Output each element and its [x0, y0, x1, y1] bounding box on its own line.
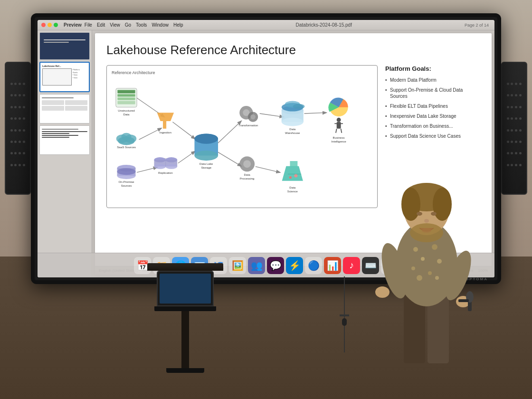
- menu-edit[interactable]: Edit: [97, 22, 105, 28]
- svg-rect-93: [458, 299, 469, 302]
- thumbnail-1-content: [40, 33, 89, 59]
- slide-thumbnail-1[interactable]: [39, 32, 90, 60]
- speaker-dot: [519, 94, 522, 96]
- slide-title: Lakehouse Reference Architecture: [106, 43, 480, 57]
- dock-photos[interactable]: 🖼️: [229, 257, 246, 274]
- svg-text:Unstructured: Unstructured: [118, 109, 135, 112]
- svg-rect-1: [117, 90, 135, 93]
- svg-point-81: [375, 286, 390, 298]
- svg-point-71: [421, 257, 425, 261]
- on-premise-sources-node: On-Premise Sources: [117, 165, 136, 187]
- svg-point-72: [432, 244, 437, 250]
- slide-thumbnail-2[interactable]: Lakehouse Ref... PlatformGoals• Item• It…: [39, 62, 90, 92]
- menu-tools[interactable]: Tools: [136, 22, 147, 28]
- speaker-dot: [519, 117, 522, 120]
- data-lake-storage-node: Data Lake Storage: [194, 133, 218, 169]
- speaker-dot: [10, 83, 13, 85]
- svg-text:Transformation: Transformation: [238, 124, 258, 127]
- minimize-button[interactable]: [48, 23, 52, 27]
- speaker-dot: [14, 106, 17, 108]
- speaker-dot: [507, 152, 509, 154]
- menu-view[interactable]: View: [110, 22, 120, 28]
- svg-marker-18: [157, 113, 174, 121]
- arrow-datalake-transform: [218, 121, 241, 143]
- window-title: Databricks-2024-08-15.pdf: [186, 22, 462, 28]
- speaker-dot: [10, 141, 13, 143]
- dock-powerpoint[interactable]: 📊: [324, 257, 341, 274]
- svg-point-90: [424, 219, 429, 223]
- replication-node: ↔ Replication: [154, 157, 177, 174]
- thumbnail-2-label: Lakehouse Ref...: [42, 65, 87, 67]
- thumb-line-short2: [42, 137, 69, 138]
- speaker-dot: [519, 141, 522, 143]
- speaker-dot: [23, 83, 25, 85]
- svg-point-87: [433, 188, 452, 221]
- svg-point-73: [411, 266, 415, 270]
- dock-teams[interactable]: 👥: [248, 257, 265, 274]
- arrow-replication-datalake: [178, 152, 195, 163]
- speaker-dot: [23, 94, 25, 96]
- menu-window[interactable]: Window: [152, 22, 169, 28]
- svg-point-10: [118, 137, 134, 145]
- speaker-dot: [14, 152, 17, 154]
- speaker-dot: [519, 106, 522, 108]
- thumb-line: [42, 131, 87, 132]
- podium: [147, 263, 223, 373]
- scene: Preview File Edit View Go Tools Window H…: [0, 0, 532, 399]
- svg-marker-52: [282, 166, 303, 181]
- svg-rect-3: [117, 97, 135, 100]
- svg-point-86: [401, 188, 420, 221]
- arrow-ingestion-datalake: [172, 122, 195, 139]
- speaker-dot: [14, 94, 17, 96]
- menu-bar: File Edit View Go Tools Window Help: [85, 22, 183, 28]
- speaker-dot: [23, 129, 25, 132]
- svg-text:Ingestion: Ingestion: [160, 131, 172, 134]
- speaker-dot: [515, 129, 517, 132]
- speaker-dot: [515, 83, 517, 85]
- svg-point-31: [194, 151, 218, 161]
- menu-file[interactable]: File: [85, 22, 92, 28]
- transformation-node: Transformation: [238, 106, 258, 127]
- menu-go[interactable]: Go: [125, 22, 131, 28]
- speaker-dot: [19, 83, 21, 85]
- svg-text:Data: Data: [244, 173, 251, 176]
- speaker-dot: [507, 83, 509, 85]
- speaker-dot: [511, 152, 513, 154]
- speaker-dot: [23, 117, 25, 120]
- page-info: Page 2 of 14: [465, 23, 489, 28]
- arrow-datalake-dataproc: [218, 152, 241, 166]
- arrow-transform-dw: [260, 114, 284, 117]
- svg-point-15: [117, 168, 136, 175]
- podium-foot: [166, 368, 204, 373]
- arrow-dw-bi: [304, 113, 326, 114]
- goal-item-5: Transformation on Business...: [385, 123, 480, 129]
- maximize-button[interactable]: [54, 23, 58, 27]
- speaker-dot: [515, 152, 517, 154]
- dock-chrome[interactable]: 🔵: [305, 257, 322, 274]
- svg-point-55: [289, 176, 292, 179]
- speaker-dot: [515, 141, 517, 143]
- speaker-dot: [23, 164, 25, 166]
- svg-text:Data: Data: [289, 186, 296, 189]
- speaker-dot: [19, 117, 21, 120]
- dock-vscode[interactable]: ⚡: [286, 257, 303, 274]
- svg-point-49: [293, 104, 305, 109]
- menu-help[interactable]: Help: [173, 22, 183, 28]
- speaker-dot: [19, 152, 21, 154]
- close-button[interactable]: [41, 23, 46, 27]
- slide-thumbnail-3[interactable]: [39, 94, 90, 124]
- svg-text:Replication: Replication: [158, 171, 173, 174]
- svg-text:On-Premise: On-Premise: [118, 180, 134, 183]
- laptop-display: [160, 274, 211, 304]
- svg-text:Data: Data: [289, 127, 296, 131]
- dock-slack[interactable]: 💬: [267, 257, 284, 274]
- app-name: Preview: [64, 22, 82, 28]
- svg-point-23: [154, 164, 166, 169]
- speaker-dot: [19, 94, 21, 96]
- thumbnail-4-content: [40, 126, 89, 154]
- goal-item-3: Flexible ELT Data Pipelines: [385, 103, 480, 109]
- slide-thumbnail-4[interactable]: [39, 125, 90, 155]
- speaker-dot: [10, 164, 13, 166]
- goal-item-4: Inexpensive Data Lake Storage: [385, 113, 480, 119]
- speaker-dot: [10, 129, 13, 132]
